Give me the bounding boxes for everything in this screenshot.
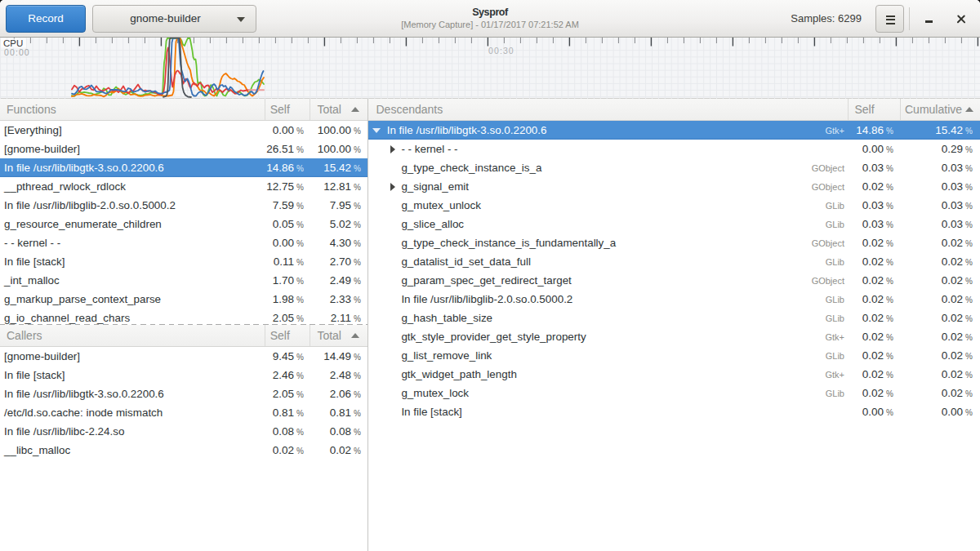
svg-text:00:00: 00:00 <box>4 47 30 57</box>
svg-text:00:30: 00:30 <box>488 46 514 56</box>
